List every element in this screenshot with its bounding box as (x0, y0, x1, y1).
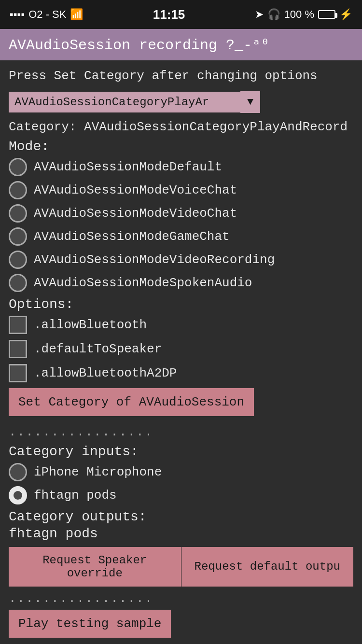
headphone-icon: 🎧 (267, 8, 280, 21)
signal-icon: ▪▪▪▪ (10, 8, 25, 21)
checkbox-box-allowbluetootha2dp[interactable] (9, 364, 27, 382)
category-value: Category: AVAudioSessionCategoryPlayAndR… (9, 120, 353, 134)
checkbox-item-allowbluetooth[interactable]: .allowBluetooth (9, 316, 353, 334)
checkbox-item-defaulttospeaker[interactable]: .defaultToSpeaker (9, 340, 353, 358)
radio-label-gamechat: AVAudioSessionModeGameChat (34, 229, 230, 244)
checkbox-label-allowbluetooth: .allowBluetooth (34, 318, 147, 332)
request-speaker-button[interactable]: Request Speaker override (9, 547, 181, 587)
status-right: ➤ 🎧 100 % ⚡ (255, 8, 352, 21)
category-outputs-label: Category outputs: (9, 509, 353, 524)
radio-item-spokenaudio[interactable]: AVAudioSessionModeSpokenAudio (9, 274, 353, 292)
dots-1: ................. (9, 425, 353, 439)
radio-item-videochat[interactable]: AVAudioSessionModeVideoChat (9, 204, 353, 223)
mode-radio-group: AVAudioSessionModeDefault AVAudioSession… (9, 158, 353, 292)
radio-label-videorecording: AVAudioSessionModeVideoRecording (34, 252, 275, 267)
options-label: Options: (9, 297, 353, 312)
checkbox-label-defaulttospeaker: .defaultToSpeaker (34, 342, 162, 356)
radio-circle-gamechat[interactable] (9, 227, 27, 246)
battery-percent: 100 % (284, 8, 314, 21)
radio-circle-iphone-mic[interactable] (9, 463, 27, 481)
radio-circle-videochat[interactable] (9, 204, 27, 223)
time-label: 11:15 (153, 7, 185, 22)
radio-label-iphone-mic: iPhone Microphone (34, 465, 162, 479)
mode-label: Mode: (9, 139, 353, 154)
title-bar: AVAudioSession recording ?_-ᵃ⁰ (0, 29, 362, 60)
radio-item-fhtagn-pods[interactable]: fhtagn pods (9, 486, 353, 504)
main-content: Press Set Category after changing option… (0, 60, 362, 644)
dots-2: ................. (9, 591, 353, 606)
radio-label-default: AVAudioSessionModeDefault (34, 160, 222, 174)
checkbox-item-allowbluetootha2dp[interactable]: .allowBluetoothA2DP (9, 364, 353, 382)
battery-icon (318, 10, 335, 19)
charging-icon: ⚡ (339, 8, 352, 21)
status-bar: ▪▪▪▪ O2 - SK 📶 11:15 ➤ 🎧 100 % ⚡ (0, 0, 362, 29)
radio-item-gamechat[interactable]: AVAudioSessionModeGameChat (9, 227, 353, 246)
radio-circle-videorecording[interactable] (9, 251, 27, 269)
radio-label-spokenaudio: AVAudioSessionModeSpokenAudio (34, 276, 252, 290)
radio-label-voicechat: AVAudioSessionModeVoiceChat (34, 183, 237, 197)
checkbox-box-allowbluetooth[interactable] (9, 316, 27, 334)
checkbox-label-allowbluetootha2dp: .allowBluetoothA2DP (34, 366, 177, 380)
outputs-value: fhtagn pods (9, 526, 353, 541)
page-title: AVAudioSession recording ?_-ᵃ⁰ (9, 37, 269, 54)
options-checkbox-group: .allowBluetooth .defaultToSpeaker .allow… (9, 316, 353, 382)
radio-circle-default[interactable] (9, 158, 27, 176)
instruction-text: Press Set Category after changing option… (9, 68, 353, 84)
radio-circle-fhtagn-pods[interactable] (9, 486, 27, 504)
set-category-button[interactable]: Set Category of AVAudioSession (9, 388, 254, 416)
category-dropdown[interactable]: AVAudioSessionCategoryPlayAr (9, 92, 240, 112)
radio-circle-spokenaudio[interactable] (9, 274, 27, 292)
checkbox-box-defaulttospeaker[interactable] (9, 340, 27, 358)
carrier-label: O2 - SK (28, 8, 66, 21)
inputs-radio-group: iPhone Microphone fhtagn pods (9, 463, 353, 504)
status-left: ▪▪▪▪ O2 - SK 📶 (10, 8, 83, 21)
category-inputs-label: Category inputs: (9, 444, 353, 459)
dropdown-arrow-icon: ▼ (240, 91, 260, 113)
radio-label-videochat: AVAudioSessionModeVideoChat (34, 206, 237, 221)
request-default-button[interactable]: Request default outpu (181, 547, 354, 587)
category-dropdown-row[interactable]: AVAudioSessionCategoryPlayAr ▼ (9, 91, 353, 113)
radio-circle-voicechat[interactable] (9, 181, 27, 199)
radio-item-videorecording[interactable]: AVAudioSessionModeVideoRecording (9, 251, 353, 269)
wifi-icon: 📶 (70, 8, 83, 21)
radio-label-fhtagn-pods: fhtagn pods (34, 488, 117, 503)
radio-item-default[interactable]: AVAudioSessionModeDefault (9, 158, 353, 176)
location-icon: ➤ (255, 8, 264, 21)
play-testing-button[interactable]: Play testing sample (9, 610, 171, 638)
radio-item-iphone-mic[interactable]: iPhone Microphone (9, 463, 353, 481)
radio-item-voicechat[interactable]: AVAudioSessionModeVoiceChat (9, 181, 353, 199)
request-buttons-row: Request Speaker override Request default… (9, 547, 353, 587)
